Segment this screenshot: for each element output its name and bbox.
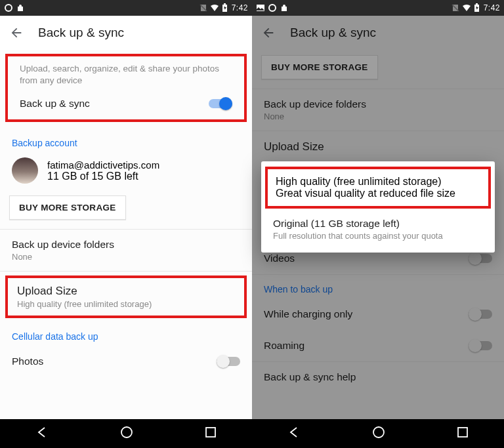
page-header: Back up & sync xyxy=(252,16,504,50)
avatar xyxy=(12,157,38,184)
highlight-high-quality: High quality (free unlimited storage) Gr… xyxy=(265,167,491,209)
nav-home-icon[interactable] xyxy=(119,425,134,442)
hq-desc: Great visual quality at reduced file siz… xyxy=(276,188,480,199)
device-folders-value: None xyxy=(264,112,284,121)
highlight-backup-sync: Upload, search, organize, edit & share y… xyxy=(5,54,247,122)
backup-sync-label: Back up & sync xyxy=(20,98,90,110)
nav-back-icon[interactable] xyxy=(287,426,301,441)
device-folders-title: Back up device folders xyxy=(12,239,114,251)
clock-time: 7:42 xyxy=(232,3,248,12)
no-sim-icon xyxy=(452,4,459,12)
svg-point-0 xyxy=(5,5,12,11)
nav-bar xyxy=(0,419,252,448)
nav-back-icon[interactable] xyxy=(35,426,49,441)
battery-icon xyxy=(474,3,480,12)
content-area: Upload, search, organize, edit & share y… xyxy=(0,50,252,419)
photos-row[interactable]: Photos xyxy=(0,346,252,377)
circle-icon xyxy=(268,3,277,12)
back-arrow-icon[interactable] xyxy=(9,26,24,40)
backup-sync-toggle[interactable] xyxy=(209,97,232,110)
svg-point-13 xyxy=(373,427,384,438)
backup-account-header: Backup account xyxy=(0,129,252,152)
divider xyxy=(0,271,252,272)
svg-point-8 xyxy=(269,5,276,11)
help-row[interactable]: Back up & sync help xyxy=(252,362,504,392)
bag-icon xyxy=(280,3,289,12)
hq-title: High quality (free unlimited storage) xyxy=(276,176,480,188)
orig-title: Original (11 GB storage left) xyxy=(273,218,483,230)
roaming-toggle[interactable] xyxy=(469,339,492,352)
option-high-quality[interactable]: High quality (free unlimited storage) Gr… xyxy=(276,176,480,199)
while-charging-toggle[interactable] xyxy=(469,308,492,321)
device-folders-title: Back up device folders xyxy=(264,98,366,110)
nav-recent-icon[interactable] xyxy=(457,426,469,441)
device-folders-value: None xyxy=(12,252,32,262)
videos-toggle[interactable] xyxy=(469,252,492,265)
buy-more-storage-button[interactable]: BUY MORE STORAGE xyxy=(9,195,126,220)
roaming-label: Roaming xyxy=(264,340,304,352)
upload-size-title: Upload Size xyxy=(264,140,324,153)
description-text: Upload, search, organize, edit & share y… xyxy=(8,56,244,88)
photos-toggle[interactable] xyxy=(217,355,240,368)
while-charging-label: While charging only xyxy=(264,308,352,320)
buy-more-storage-button[interactable]: BUY MORE STORAGE xyxy=(261,55,378,79)
account-storage: 11 GB of 15 GB left xyxy=(47,171,159,182)
when-to-backup-header: When to back up xyxy=(252,275,504,298)
wifi-icon xyxy=(210,4,219,12)
svg-point-5 xyxy=(121,427,132,438)
nav-bar xyxy=(252,419,504,448)
wifi-icon xyxy=(462,4,471,12)
page-title: Back up & sync xyxy=(290,26,376,40)
upload-size-row[interactable]: Upload Size High quality (free unlimited… xyxy=(8,278,244,316)
upload-size-dialog: High quality (free unlimited storage) Gr… xyxy=(261,161,495,253)
svg-rect-14 xyxy=(458,428,467,437)
back-arrow-icon[interactable] xyxy=(261,26,276,40)
phone-right: 7:42 Back up & sync BUY MORE STORAGE Bac… xyxy=(252,0,504,448)
battery-icon xyxy=(222,3,228,12)
picture-icon xyxy=(256,3,265,12)
svg-rect-4 xyxy=(224,3,226,5)
account-email: fatima@addictivetips.com xyxy=(47,159,159,171)
account-row[interactable]: fatima@addictivetips.com 11 GB of 15 GB … xyxy=(0,152,252,190)
while-charging-row[interactable]: While charging only xyxy=(252,298,504,330)
highlight-upload-size: Upload Size High quality (free unlimited… xyxy=(5,275,247,318)
no-sim-icon xyxy=(200,4,207,12)
nav-home-icon[interactable] xyxy=(371,425,386,442)
bag-icon xyxy=(16,3,25,12)
page-title: Back up & sync xyxy=(38,26,124,40)
roaming-row[interactable]: Roaming xyxy=(252,330,504,361)
cellular-header: Cellular data back up xyxy=(0,322,252,346)
page-header: Back up & sync xyxy=(0,16,252,50)
clock-time: 7:42 xyxy=(484,3,500,12)
svg-rect-12 xyxy=(476,3,478,5)
circle-icon xyxy=(4,3,13,12)
orig-desc: Full resolution that counts against your… xyxy=(273,231,483,241)
status-bar: 7:42 xyxy=(252,0,504,16)
phone-left: 7:42 Back up & sync Upload, search, orga… xyxy=(0,0,252,448)
nav-recent-icon[interactable] xyxy=(205,426,217,441)
device-folders-row[interactable]: Back up device folders None xyxy=(0,230,252,271)
status-bar: 7:42 xyxy=(0,0,252,16)
backup-sync-row[interactable]: Back up & sync xyxy=(8,88,244,119)
upload-size-value: High quality (free unlimited storage) xyxy=(17,299,152,309)
svg-rect-6 xyxy=(206,428,215,437)
videos-label: Videos xyxy=(264,253,295,264)
device-folders-row[interactable]: Back up device folders None xyxy=(252,89,504,131)
upload-size-title: Upload Size xyxy=(17,285,77,298)
option-original[interactable]: Original (11 GB storage left) Full resol… xyxy=(261,209,495,250)
photos-label: Photos xyxy=(12,356,43,367)
help-label: Back up & sync help xyxy=(264,371,356,383)
